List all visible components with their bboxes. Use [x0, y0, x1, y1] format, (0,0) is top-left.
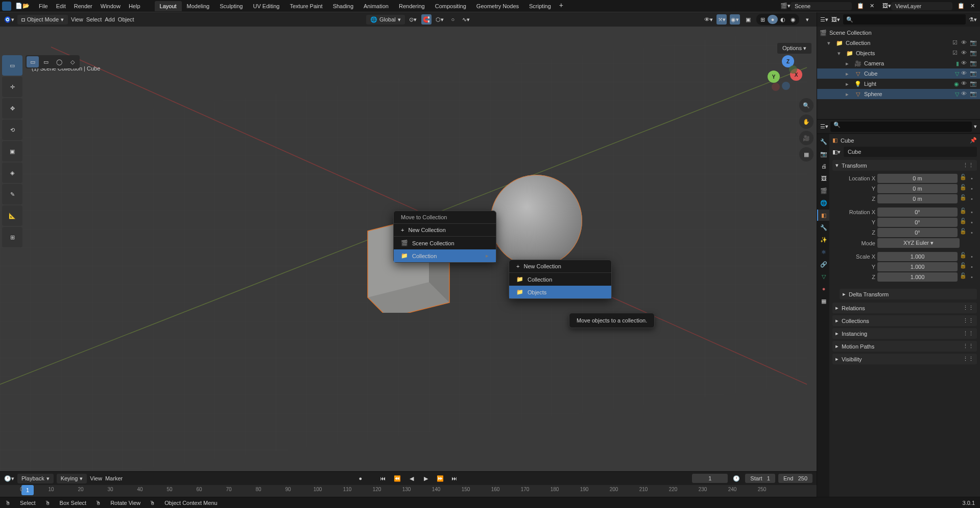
material-shading[interactable]: ◐ — [778, 15, 788, 24]
eye-icon[interactable]: 👁 — [961, 70, 968, 77]
current-frame-field[interactable]: 1 — [692, 474, 728, 483]
panel-delta-transform-header[interactable]: ▸Delta Transform — [840, 289, 977, 299]
eye-icon[interactable]: 👁 — [961, 39, 968, 47]
panel-relations-header[interactable]: ▸Relations⋮⋮ — [832, 303, 977, 313]
menu-view[interactable]: View — [71, 16, 83, 22]
menu-render[interactable]: Render — [70, 3, 97, 9]
timeline-ruler[interactable]: 1 01020304050607080901001101201301401501… — [0, 485, 817, 497]
rendered-shading[interactable]: ◉ — [788, 15, 798, 24]
ctx-sub-collection[interactable]: 📁 Collection — [509, 273, 611, 286]
overlay-toggle[interactable]: ◉▾ — [730, 14, 740, 25]
timeline-view[interactable]: View — [90, 475, 102, 481]
ctx-sub-new-collection[interactable]: + New Collection — [509, 260, 611, 272]
gizmo-y[interactable]: Y — [768, 71, 780, 83]
prop-tab-physics[interactable]: ⚛ — [817, 246, 829, 258]
prop-tab-particles[interactable]: ✨ — [817, 234, 829, 245]
tab-shading[interactable]: Shading — [328, 1, 358, 11]
lock-icon[interactable]: 🔓 — [960, 184, 969, 193]
options-dropdown[interactable]: Options ▾ — [777, 43, 811, 54]
prop-tab-render[interactable]: 📷 — [817, 148, 829, 159]
orientation-dropdown[interactable]: 🌐 Global ▾ — [366, 15, 405, 25]
ctx-scene-collection[interactable]: 🎬 Scene Collection — [394, 237, 496, 249]
expand-icon[interactable]: ▾ — [827, 40, 833, 47]
rotation-y-field[interactable]: 0° — [877, 218, 958, 227]
delete-viewlayer-icon[interactable]: ✕ — [968, 2, 977, 11]
jump-end-icon[interactable]: ⏭ — [449, 473, 460, 483]
pivot-icon[interactable]: ⊙▾ — [408, 14, 418, 25]
timeline-marker[interactable]: Marker — [105, 475, 123, 481]
scene-name-field[interactable]: Scene — [791, 2, 852, 10]
prop-tab-output[interactable]: 🖨 — [817, 160, 829, 172]
tree-collection[interactable]: ▾ 📁 Collection ☑ 👁 📷 — [817, 38, 980, 48]
tree-item-sphere[interactable]: ▸ ▽ Sphere ▽ 👁 📷 — [817, 89, 980, 99]
nav-gizmo[interactable]: Z Y X — [767, 55, 802, 91]
render-icon[interactable]: 📷 — [970, 80, 977, 87]
xray-icon[interactable]: ▣ — [743, 14, 753, 25]
tab-scripting[interactable]: Scripting — [524, 1, 556, 11]
lock-icon[interactable]: 🔓 — [960, 194, 969, 203]
shading-options-icon[interactable]: ▾ — [802, 14, 812, 25]
prop-tab-texture[interactable]: ▦ — [817, 295, 829, 307]
scale-x-field[interactable]: 1.000 — [877, 252, 958, 261]
checkbox-icon[interactable]: ☑ — [952, 50, 960, 57]
sel-mode-circle[interactable]: ◯ — [53, 56, 65, 67]
current-frame-marker[interactable]: 1 — [21, 485, 34, 495]
new-scene-icon[interactable]: 📋 — [856, 2, 865, 11]
prop-tab-world[interactable]: 🌐 — [817, 197, 829, 209]
tool-measure[interactable]: 📐 — [2, 205, 22, 226]
gizmo-neg-z[interactable] — [782, 82, 790, 90]
rotation-z-field[interactable]: 0° — [877, 228, 958, 237]
scene-icon[interactable]: 🎬▾ — [780, 3, 791, 9]
drag-icon[interactable]: ⋮⋮ — [963, 162, 974, 169]
display-mode-icon[interactable]: 🖼▾ — [831, 16, 840, 23]
mode-dropdown[interactable]: ◘ Object Mode ▾ — [17, 15, 68, 25]
sel-mode-box[interactable]: ▭ — [40, 56, 52, 67]
tab-modeling[interactable]: Modeling — [182, 1, 215, 11]
viewport-3d[interactable]: User Perspective (1) Scene Collection | … — [0, 27, 817, 471]
render-icon[interactable]: 📷 — [970, 90, 977, 98]
tab-geometry[interactable]: Geometry Nodes — [471, 1, 524, 11]
eye-icon[interactable]: 👁 — [961, 80, 968, 87]
jump-start-icon[interactable]: ⏮ — [377, 473, 389, 483]
lock-icon[interactable]: 🔓 — [960, 218, 969, 227]
tool-select[interactable]: ▭ — [2, 55, 22, 76]
prop-tab-scene[interactable]: 🎬 — [817, 185, 829, 196]
camera-view-icon[interactable]: 🎥 — [799, 131, 814, 145]
snap-type-icon[interactable]: ⬡▾ — [435, 14, 445, 25]
ctx-new-collection[interactable]: + New Collection — [394, 224, 496, 236]
file-open-icon[interactable]: 📂 — [22, 3, 30, 9]
lock-icon[interactable]: 🔓 — [960, 174, 969, 183]
eye-icon[interactable]: 👁 — [961, 50, 968, 57]
lock-icon[interactable]: 🔓 — [960, 262, 969, 271]
object-name-field[interactable]: Cube — [844, 147, 977, 157]
location-y-field[interactable]: 0 m — [877, 184, 958, 193]
prop-tab-mesh[interactable]: ▽ — [817, 271, 829, 282]
scale-y-field[interactable]: 1.000 — [877, 262, 958, 271]
proportional-type-icon[interactable]: ∿▾ — [461, 14, 471, 25]
scale-z-field[interactable]: 1.000 — [877, 272, 958, 282]
snap-toggle[interactable]: 🧲 — [421, 14, 432, 25]
tab-layout[interactable]: Layout — [155, 1, 182, 11]
autokey-icon[interactable]: ● — [355, 473, 366, 483]
render-icon[interactable]: 📷 — [970, 60, 977, 67]
play-icon[interactable]: ▶ — [420, 473, 432, 483]
render-icon[interactable]: 📷 — [970, 70, 977, 77]
editor-type-icon[interactable]: 🧿▾ — [4, 16, 14, 23]
tab-uv[interactable]: UV Editing — [248, 1, 284, 11]
new-viewlayer-icon[interactable]: 📋 — [957, 2, 966, 11]
panel-transform-header[interactable]: ▾ Transform ⋮⋮ — [832, 160, 977, 171]
sphere-object[interactable] — [490, 175, 582, 267]
viewlayer-name-field[interactable]: ViewLayer — [891, 2, 952, 10]
lock-icon[interactable]: 🔓 — [960, 252, 969, 261]
menu-edit[interactable]: Edit — [52, 3, 70, 9]
tool-annotate[interactable]: ✎ — [2, 184, 22, 204]
menu-object[interactable]: Object — [118, 16, 134, 22]
outliner-type-icon[interactable]: ☰▾ — [820, 16, 828, 23]
start-frame-field[interactable]: Start 1 — [745, 474, 775, 483]
wireframe-shading[interactable]: ⊞ — [757, 15, 768, 24]
tool-rotate[interactable]: ⟲ — [2, 120, 22, 140]
timeline-type-icon[interactable]: 🕐▾ — [4, 475, 14, 482]
render-icon[interactable]: 📷 — [970, 39, 977, 47]
tool-transform[interactable]: ◈ — [2, 163, 22, 183]
lock-icon[interactable]: 🔓 — [960, 272, 969, 282]
